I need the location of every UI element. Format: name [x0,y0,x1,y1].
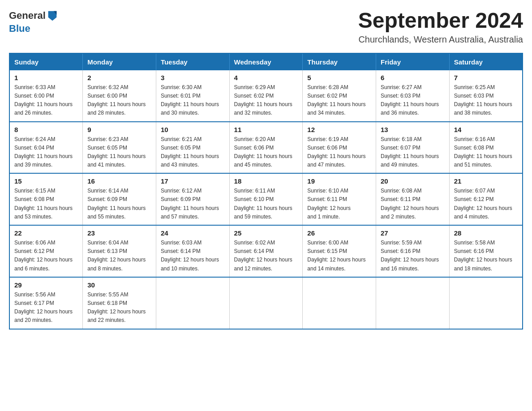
calendar-day-cell: 22Sunrise: 6:06 AMSunset: 6:12 PMDayligh… [9,225,83,277]
day-number: 3 [161,74,225,81]
calendar-day-cell: 24Sunrise: 6:03 AMSunset: 6:14 PMDayligh… [156,225,229,277]
day-info: Sunrise: 6:10 AMSunset: 6:11 PMDaylight:… [307,187,371,221]
calendar-day-cell: 6Sunrise: 6:27 AMSunset: 6:03 PMDaylight… [376,70,450,122]
day-number: 18 [234,177,298,185]
day-info: Sunrise: 6:11 AMSunset: 6:10 PMDaylight:… [234,187,298,221]
day-info: Sunrise: 6:29 AMSunset: 6:02 PMDaylight:… [234,83,298,118]
day-info: Sunrise: 6:19 AMSunset: 6:06 PMDaylight:… [307,135,371,170]
day-number: 13 [381,126,445,133]
day-info: Sunrise: 6:12 AMSunset: 6:09 PMDaylight:… [161,187,225,221]
calendar-week-row: 8Sunrise: 6:24 AMSunset: 6:04 PMDaylight… [9,122,523,174]
day-info: Sunrise: 5:59 AMSunset: 6:16 PMDaylight:… [381,239,445,273]
calendar-day-cell: 13Sunrise: 6:18 AMSunset: 6:07 PMDayligh… [376,122,450,174]
calendar-day-cell [156,277,229,329]
page-header: General Blue September 2024 Churchlands,… [9,9,523,45]
day-number: 19 [307,177,371,185]
day-info: Sunrise: 6:21 AMSunset: 6:05 PMDaylight:… [161,135,225,170]
calendar-header-row: SundayMondayTuesdayWednesdayThursdayFrid… [9,53,523,70]
calendar-day-cell: 4Sunrise: 6:29 AMSunset: 6:02 PMDaylight… [229,70,303,122]
day-info: Sunrise: 6:07 AMSunset: 6:12 PMDaylight:… [454,187,518,221]
day-info: Sunrise: 6:27 AMSunset: 6:03 PMDaylight:… [381,83,445,118]
day-info: Sunrise: 6:02 AMSunset: 6:14 PMDaylight:… [234,239,298,273]
day-number: 28 [454,229,518,237]
day-info: Sunrise: 5:58 AMSunset: 6:16 PMDaylight:… [454,239,518,273]
logo: General Blue [9,9,59,34]
calendar-day-cell: 5Sunrise: 6:28 AMSunset: 6:02 PMDaylight… [303,70,376,122]
calendar-day-cell: 14Sunrise: 6:16 AMSunset: 6:08 PMDayligh… [449,122,523,174]
day-number: 10 [161,126,225,133]
calendar-header-wednesday: Wednesday [229,53,303,70]
calendar-day-cell: 23Sunrise: 6:04 AMSunset: 6:13 PMDayligh… [83,225,156,277]
day-number: 25 [234,229,298,237]
day-number: 23 [87,229,151,237]
day-info: Sunrise: 6:08 AMSunset: 6:11 PMDaylight:… [381,187,445,221]
day-number: 7 [454,74,518,81]
day-info: Sunrise: 6:33 AMSunset: 6:00 PMDaylight:… [14,83,78,118]
calendar-day-cell: 26Sunrise: 6:00 AMSunset: 6:15 PMDayligh… [303,225,376,277]
calendar-header-friday: Friday [376,53,450,70]
day-number: 24 [161,229,225,237]
day-number: 15 [14,177,78,185]
calendar-day-cell: 29Sunrise: 5:56 AMSunset: 6:17 PMDayligh… [9,277,83,329]
calendar-day-cell: 30Sunrise: 5:55 AMSunset: 6:18 PMDayligh… [83,277,156,329]
day-info: Sunrise: 6:20 AMSunset: 6:06 PMDaylight:… [234,135,298,170]
calendar-day-cell [376,277,450,329]
day-number: 17 [161,177,225,185]
day-info: Sunrise: 6:28 AMSunset: 6:02 PMDaylight:… [307,83,371,118]
calendar-day-cell [303,277,376,329]
calendar-day-cell: 2Sunrise: 6:32 AMSunset: 6:00 PMDaylight… [83,70,156,122]
day-number: 29 [14,281,78,289]
day-number: 1 [14,74,78,81]
day-number: 9 [87,126,151,133]
day-info: Sunrise: 6:30 AMSunset: 6:01 PMDaylight:… [161,83,225,118]
day-info: Sunrise: 6:24 AMSunset: 6:04 PMDaylight:… [14,135,78,170]
day-number: 4 [234,74,298,81]
calendar-header-sunday: Sunday [9,53,83,70]
day-number: 6 [381,74,445,81]
calendar-day-cell: 3Sunrise: 6:30 AMSunset: 6:01 PMDaylight… [156,70,229,122]
calendar-day-cell: 27Sunrise: 5:59 AMSunset: 6:16 PMDayligh… [376,225,450,277]
calendar-day-cell: 7Sunrise: 6:25 AMSunset: 6:03 PMDaylight… [449,70,523,122]
day-info: Sunrise: 6:25 AMSunset: 6:03 PMDaylight:… [454,83,518,118]
month-title: September 2024 [358,9,523,33]
day-info: Sunrise: 6:18 AMSunset: 6:07 PMDaylight:… [381,135,445,170]
calendar-day-cell: 18Sunrise: 6:11 AMSunset: 6:10 PMDayligh… [229,173,303,225]
calendar-week-row: 1Sunrise: 6:33 AMSunset: 6:00 PMDaylight… [9,70,523,122]
calendar-day-cell: 21Sunrise: 6:07 AMSunset: 6:12 PMDayligh… [449,173,523,225]
calendar-day-cell: 8Sunrise: 6:24 AMSunset: 6:04 PMDaylight… [9,122,83,174]
calendar-day-cell: 10Sunrise: 6:21 AMSunset: 6:05 PMDayligh… [156,122,229,174]
calendar-day-cell: 17Sunrise: 6:12 AMSunset: 6:09 PMDayligh… [156,173,229,225]
day-info: Sunrise: 6:16 AMSunset: 6:08 PMDaylight:… [454,135,518,170]
title-area: September 2024 Churchlands, Western Aust… [358,9,523,45]
day-info: Sunrise: 6:00 AMSunset: 6:15 PMDaylight:… [307,239,371,273]
day-info: Sunrise: 6:06 AMSunset: 6:12 PMDaylight:… [14,239,78,273]
logo-text: General Blue [9,10,59,34]
day-number: 2 [87,74,151,81]
day-number: 16 [87,177,151,185]
calendar-day-cell: 9Sunrise: 6:23 AMSunset: 6:05 PMDaylight… [83,122,156,174]
day-number: 11 [234,126,298,133]
calendar-week-row: 29Sunrise: 5:56 AMSunset: 6:17 PMDayligh… [9,277,523,329]
calendar-header-thursday: Thursday [303,53,376,70]
day-info: Sunrise: 5:55 AMSunset: 6:18 PMDaylight:… [87,291,151,325]
calendar-header-monday: Monday [83,53,156,70]
location-title: Churchlands, Western Australia, Australi… [358,34,523,45]
calendar-day-cell: 25Sunrise: 6:02 AMSunset: 6:14 PMDayligh… [229,225,303,277]
calendar-week-row: 15Sunrise: 6:15 AMSunset: 6:08 PMDayligh… [9,173,523,225]
day-info: Sunrise: 6:32 AMSunset: 6:00 PMDaylight:… [87,83,151,118]
logo-blue-text: Blue [9,23,30,34]
day-number: 8 [14,126,78,133]
day-info: Sunrise: 6:23 AMSunset: 6:05 PMDaylight:… [87,135,151,170]
day-info: Sunrise: 5:56 AMSunset: 6:17 PMDaylight:… [14,291,78,325]
calendar-day-cell: 1Sunrise: 6:33 AMSunset: 6:00 PMDaylight… [9,70,83,122]
calendar-day-cell: 11Sunrise: 6:20 AMSunset: 6:06 PMDayligh… [229,122,303,174]
calendar-day-cell: 12Sunrise: 6:19 AMSunset: 6:06 PMDayligh… [303,122,376,174]
calendar-day-cell: 28Sunrise: 5:58 AMSunset: 6:16 PMDayligh… [449,225,523,277]
day-number: 20 [381,177,445,185]
day-info: Sunrise: 6:04 AMSunset: 6:13 PMDaylight:… [87,239,151,273]
day-number: 5 [307,74,371,81]
calendar-day-cell [449,277,523,329]
day-number: 30 [87,281,151,289]
day-number: 12 [307,126,371,133]
day-info: Sunrise: 6:03 AMSunset: 6:14 PMDaylight:… [161,239,225,273]
